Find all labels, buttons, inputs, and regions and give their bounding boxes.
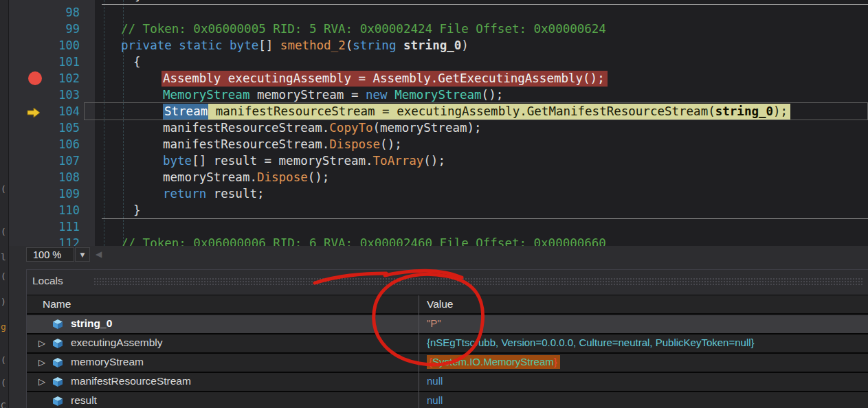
code-line-108[interactable]: 108memoryStream.Dispose();: [9, 169, 868, 185]
line-number: 110: [48, 202, 80, 218]
code-line-99[interactable]: 99// Token: 0x06000005 RID: 5 RVA: 0x000…: [9, 21, 868, 37]
locals-row-executingAssembly[interactable]: ▷executingAssembly{nSEgTtscrubb, Version…: [27, 335, 868, 354]
code-line-100[interactable]: 100private static byte[] smethod_2(strin…: [9, 37, 868, 54]
locals-row-result[interactable]: resultnull: [27, 392, 868, 408]
code-text: byte[] result = memoryStream.ToArray();: [100, 152, 868, 169]
code-token: [172, 38, 179, 52]
line-number: 112: [48, 235, 80, 246]
line-number: 104: [48, 103, 80, 120]
line-number: 99: [48, 21, 80, 37]
locals-row-manifestResourceStream[interactable]: ▷manifestResourceStreamnull: [27, 373, 868, 392]
code-line-102[interactable]: 102Assembly executingAssembly = Assembly…: [9, 70, 868, 87]
code-token: string: [353, 38, 396, 52]
code-token: ToArray: [373, 154, 424, 168]
line-number: 108: [48, 169, 80, 185]
current-statement-arrow-icon[interactable]: [27, 106, 41, 117]
code-token: [223, 38, 230, 52]
zoom-level-select[interactable]: 100 %: [26, 247, 74, 262]
code-token: // Token: 0x06000005 RID: 5 RVA: 0x00002…: [121, 22, 606, 36]
dnspy-debugger-window: ((l()g((C 97}9899// Token: 0x06000005 RI…: [0, 0, 868, 408]
code-line-107[interactable]: 107byte[] result = memoryStream.ToArray(…: [9, 152, 868, 169]
left-panel-edge: ((l()g((C: [0, 0, 9, 408]
breakpoint-icon[interactable]: [27, 71, 43, 86]
variable-name: string_0: [71, 317, 112, 330]
variable-value: {System.IO.MemoryStream}: [427, 356, 560, 367]
variable-value: {nSEgTtscrubb, Version=0.0.0.0, Culture=…: [427, 337, 755, 348]
variable-cube-icon: [52, 319, 64, 332]
code-token: MemoryStream: [394, 88, 481, 102]
locals-title: Locals: [32, 275, 63, 287]
code-text: MemoryStream memoryStream = new MemorySt…: [100, 87, 868, 103]
selected-word: Stream: [163, 104, 208, 120]
current-statement-highlight: Stream manifestResourceStream = executin…: [163, 104, 790, 120]
code-line-106[interactable]: 106manifestResourceStream.Dispose();: [9, 136, 868, 152]
locals-title-bar[interactable]: Locals: [27, 270, 868, 295]
code-token: [388, 88, 395, 102]
code-token: byte: [163, 154, 192, 168]
variable-cube-icon: [52, 396, 64, 408]
code-line-112[interactable]: 112// Token: 0x06000006 RID: 6 RVA: 0x00…: [9, 235, 868, 246]
cut-off-glyph: (: [1, 378, 6, 388]
chevron-down-icon[interactable]: ▼: [75, 247, 90, 262]
code-text: {: [100, 54, 868, 70]
code-line-103[interactable]: 103MemoryStream memoryStream = new Memor…: [9, 87, 868, 103]
code-line-105[interactable]: 105manifestResourceStream.CopyTo(memoryS…: [9, 120, 868, 136]
code-token: ();: [482, 88, 504, 102]
code-editor[interactable]: 97}9899// Token: 0x06000005 RID: 5 RVA: …: [9, 0, 868, 246]
variable-cube-icon: [52, 338, 64, 352]
code-token: memoryStream.: [163, 170, 257, 184]
expander-icon[interactable]: ▷: [38, 338, 45, 348]
code-text: manifestResourceStream.Dispose();: [100, 136, 868, 152]
code-token: new: [366, 88, 388, 102]
code-token: [] result = memoryStream.: [192, 154, 372, 168]
code-token: manifestResourceStream.: [163, 121, 329, 135]
code-token: {: [133, 55, 141, 69]
code-token: manifestResourceStream.: [163, 137, 329, 151]
code-text: manifestResourceStream.CopyTo(memoryStre…: [100, 120, 868, 136]
cut-off-glyph: l: [1, 252, 6, 262]
code-line-111[interactable]: 111: [9, 218, 868, 235]
variable-value: null: [427, 394, 443, 406]
code-line-109[interactable]: 109return result;: [9, 185, 868, 202]
column-header-name[interactable]: Name: [43, 298, 71, 310]
locals-row-memoryStream[interactable]: ▷memoryStream{System.IO.MemoryStream}: [27, 354, 868, 373]
cut-off-glyph: C: [1, 400, 6, 408]
code-token: );: [773, 104, 788, 118]
variable-name: result: [71, 394, 97, 407]
code-token: string_0: [715, 104, 773, 118]
column-header-value[interactable]: Value: [427, 298, 454, 310]
code-line-110[interactable]: 110}: [9, 202, 868, 218]
code-token: memoryStream =: [249, 88, 366, 102]
code-token: Dispose: [257, 170, 308, 184]
zoom-level-value: 100 %: [33, 249, 61, 260]
variable-cube-icon: [52, 376, 64, 390]
code-token: (memoryStream);: [373, 121, 482, 135]
code-token: MemoryStream: [163, 88, 249, 102]
line-number: 106: [48, 136, 80, 152]
line-number: 105: [48, 120, 80, 136]
code-text: memoryStream.Dispose();: [100, 169, 868, 185]
scroll-left-icon[interactable]: ◀: [96, 249, 102, 259]
breakpoint-statement-highlight: Assembly executingAssembly = Assembly.Ge…: [162, 71, 608, 87]
cut-off-glyph: (: [1, 355, 6, 365]
expander-icon[interactable]: ▷: [38, 357, 45, 367]
code-token: Assembly executingAssembly = Assembly.Ge…: [163, 71, 605, 85]
cut-off-glyph: (: [1, 227, 6, 237]
locals-row-string_0[interactable]: string_0"P": [27, 315, 868, 335]
code-token: }: [135, 0, 142, 3]
changed-value-highlight: {System.IO.MemoryStream}: [427, 355, 560, 369]
code-token: ): [461, 38, 469, 52]
code-token: // Token: 0x06000006 RID: 6 RVA: 0x00002…: [121, 236, 606, 246]
code-token: result;: [206, 187, 264, 201]
line-number: 103: [48, 87, 80, 103]
editor-bottom-bar: 100 % ▼ ◀: [9, 246, 868, 264]
variable-name: executingAssembly: [71, 337, 163, 349]
code-token: return: [163, 187, 206, 201]
code-line-104[interactable]: 104Stream manifestResourceStream = execu…: [9, 103, 868, 120]
code-line-101[interactable]: 101{: [9, 54, 868, 70]
cut-off-glyph: ): [1, 297, 6, 307]
code-token: smethod_2: [280, 38, 346, 52]
expander-icon[interactable]: ▷: [38, 376, 45, 387]
column-splitter[interactable]: [419, 295, 419, 408]
code-line-98[interactable]: 98: [9, 4, 868, 21]
